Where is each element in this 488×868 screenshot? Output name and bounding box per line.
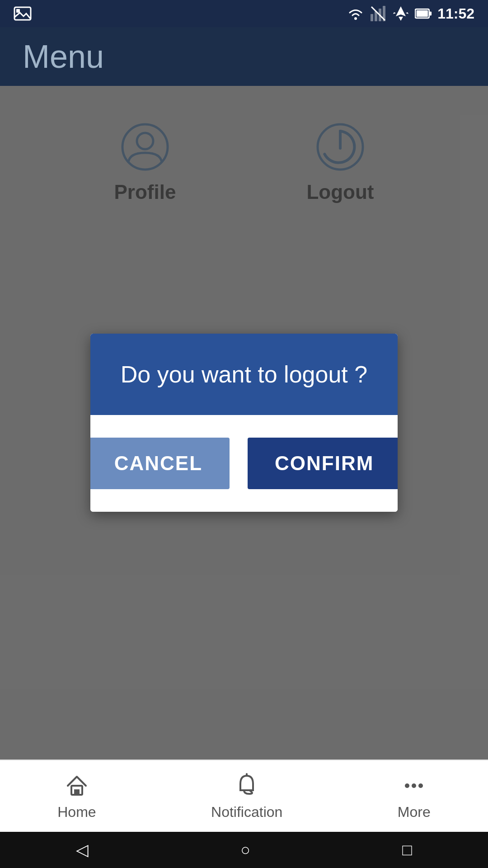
bottom-nav: Home Notification More (0, 760, 488, 832)
cancel-button[interactable]: CANCEL (90, 438, 230, 489)
dialog-title: Do you want to logout ? (121, 361, 367, 387)
svg-point-19 (405, 783, 409, 788)
status-bar-right: 11:52 (347, 5, 474, 22)
wifi-icon (347, 5, 364, 22)
confirm-button[interactable]: CONFIRM (248, 438, 398, 489)
status-bar: 11:52 (0, 0, 488, 27)
logout-dialog: Do you want to logout ? CANCEL CONFIRM (90, 334, 398, 512)
home-icon (63, 772, 90, 799)
dialog-body: CANCEL CONFIRM (90, 415, 398, 512)
more-nav-label: More (398, 804, 431, 821)
notification-icon (233, 772, 260, 799)
gallery-icon (14, 5, 32, 23)
svg-rect-16 (74, 789, 80, 795)
svg-rect-10 (417, 10, 428, 17)
nav-item-notification[interactable]: Notification (211, 772, 282, 821)
airplane-icon (392, 5, 409, 22)
nav-item-more[interactable]: More (398, 772, 431, 821)
app-bar: Menu (0, 27, 488, 86)
home-button[interactable]: ○ (240, 840, 250, 859)
status-bar-left (14, 5, 32, 23)
signal-off-icon (370, 5, 387, 22)
svg-point-20 (412, 783, 416, 788)
home-nav-label: Home (57, 804, 96, 821)
svg-point-21 (418, 783, 423, 788)
svg-rect-9 (430, 11, 432, 15)
svg-rect-3 (371, 14, 373, 21)
system-nav: ◁ ○ □ (0, 832, 488, 868)
back-button[interactable]: ◁ (76, 840, 89, 859)
dialog-header: Do you want to logout ? (90, 334, 398, 415)
app-bar-title: Menu (23, 38, 104, 75)
svg-rect-1 (16, 9, 20, 13)
notification-nav-label: Notification (211, 804, 282, 821)
status-time: 11:52 (437, 5, 474, 22)
nav-item-home[interactable]: Home (57, 772, 96, 821)
dialog-overlay: Do you want to logout ? CANCEL CONFIRM (0, 86, 488, 760)
more-icon (400, 772, 427, 799)
battery-icon (415, 5, 432, 22)
main-content: Profile Logout Do you want to logout ? C… (0, 86, 488, 760)
recent-button[interactable]: □ (402, 840, 412, 859)
svg-point-2 (354, 17, 357, 20)
